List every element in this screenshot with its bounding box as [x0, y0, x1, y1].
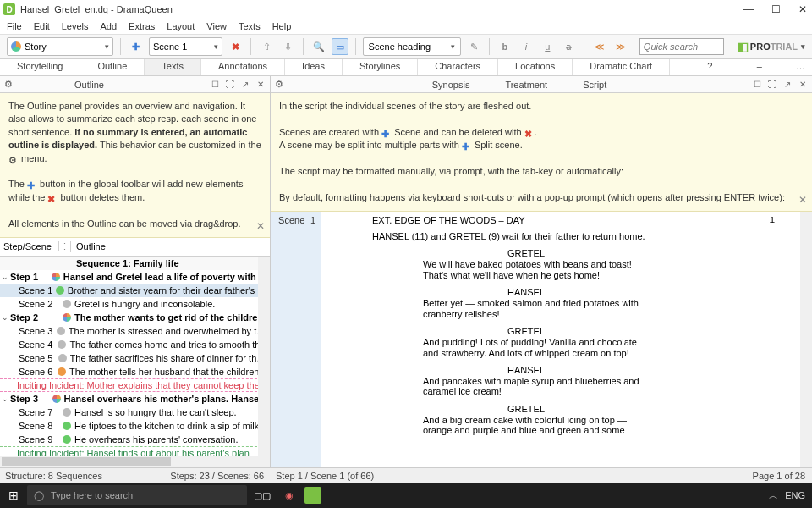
character-cue[interactable]: HANSEL [508, 365, 783, 376]
character-cue[interactable]: GRETEL [508, 404, 783, 415]
edit-icon[interactable]: ✎ [466, 38, 482, 55]
action-text[interactable]: HANSEL (11) and GRETEL (9) wait for thei… [372, 231, 783, 242]
menu-texts[interactable]: Texts [239, 21, 261, 31]
window-title: Hansel_Gretel_en.dq - DramaQueen [20, 4, 743, 14]
sequence-row[interactable]: Sequence 1: Family life [0, 257, 270, 270]
v-scrollbar[interactable] [800, 212, 812, 467]
dialog-text[interactable]: And pudding! Lots of pudding! Vanilla an… [423, 337, 643, 358]
pane-close-icon[interactable]: ✕ [255, 80, 266, 89]
pane-close-icon[interactable]: ✕ [797, 80, 809, 89]
h-scrollbar[interactable] [0, 456, 258, 467]
scene-row[interactable]: Scene 7Hansel is so hungry that he can't… [0, 406, 270, 419]
pane-detach-icon[interactable]: ↗ [239, 80, 251, 89]
nav-prev-button[interactable]: ≪ [591, 38, 607, 55]
zoom-button[interactable]: 🔍 [310, 38, 326, 55]
v-scrollbar[interactable] [258, 257, 270, 467]
menu-extras[interactable]: Extras [129, 21, 155, 31]
inciting-row[interactable]: Inciting Incident: Mother explains that … [0, 378, 270, 392]
tab-treatment[interactable]: Treatment [495, 78, 557, 91]
tab-synopsis[interactable]: Synopsis [422, 78, 480, 91]
outline-tree[interactable]: Sequence 1: Family life ⌄Step 1Hansel an… [0, 257, 270, 467]
pane-expand-icon[interactable]: ⛶ [224, 80, 236, 89]
window-minimize[interactable]: — [743, 3, 754, 15]
step-row[interactable]: ⌄Step 2The mother wants to get rid of th… [0, 311, 270, 324]
gear-icon[interactable]: ⚙ [271, 79, 288, 90]
character-cue[interactable]: GRETEL [508, 326, 783, 337]
tab-storylines[interactable]: Storylines [343, 59, 418, 75]
scene-row[interactable]: Scene 4The father comes home and tries t… [0, 338, 270, 351]
hint-close-button[interactable]: ✕ [256, 219, 265, 234]
move-up-button[interactable]: ⇧ [258, 38, 274, 55]
character-cue[interactable]: GRETEL [508, 248, 783, 259]
tray-chevron-icon[interactable]: ︿ [769, 489, 778, 502]
hint-close-button[interactable]: ✕ [798, 193, 807, 207]
pane-expand-icon[interactable]: ⛶ [766, 80, 778, 89]
window-maximize[interactable]: ☐ [770, 3, 782, 15]
story-level-combo[interactable]: Story ▾ [7, 37, 113, 56]
highlight-button[interactable]: ▭ [332, 38, 348, 55]
menu-help[interactable]: Help [272, 21, 292, 31]
scene-heading[interactable]: EXT. EDGE OF THE WOODS – DAY [372, 215, 783, 226]
col-outline[interactable]: Outline [71, 241, 106, 251]
tab-help[interactable]: ? [690, 59, 729, 75]
format-combo[interactable]: Scene heading ▾ [363, 37, 461, 56]
scene-row[interactable]: Scene 6The mother tells her husband that… [0, 365, 270, 378]
step-row[interactable]: ⌄Step 3Hansel overhears his mother's pla… [0, 392, 270, 406]
move-down-button[interactable]: ⇩ [280, 38, 296, 55]
strike-button[interactable]: a̶ [561, 38, 577, 55]
delete-button[interactable]: ✖ [228, 38, 244, 55]
menu-add[interactable]: Add [101, 21, 118, 31]
scene-row[interactable]: Scene 5The father sacrifices his share o… [0, 351, 270, 365]
scene-combo[interactable]: Scene 1 ▾ [149, 37, 222, 56]
window-close[interactable]: ✕ [797, 3, 809, 15]
gear-icon[interactable]: ⚙ [0, 79, 17, 90]
scene-row[interactable]: Scene 8He tiptoes to the kitchen to drin… [0, 419, 270, 433]
scene-row[interactable]: Scene 3The mother is stressed and overwh… [0, 324, 270, 338]
dialog-text[interactable]: Better yet — smoked salmon and fried pot… [423, 298, 643, 319]
taskbar-app-firefox[interactable]: ◉ [277, 485, 301, 505]
start-button[interactable]: ⊞ [0, 489, 27, 502]
step-row[interactable]: ⌄Step 1Hansel and Gretel lead a life of … [0, 270, 270, 284]
script-editor[interactable]: 1 EXT. EDGE OF THE WOODS – DAY HANSEL (1… [321, 212, 800, 467]
tab-characters[interactable]: Characters [418, 59, 498, 75]
scene-row[interactable]: Scene 9He overhears his parents' convers… [0, 433, 270, 446]
tab-collapse[interactable]: – [750, 59, 769, 75]
quick-search-input[interactable] [639, 38, 724, 55]
tab-locations[interactable]: Locations [498, 59, 573, 75]
tab-texts[interactable]: Texts [145, 59, 201, 75]
dialog-text[interactable]: We will have baked potatoes with beans a… [423, 259, 643, 280]
taskbar-app-dramaqueen[interactable] [304, 487, 321, 504]
pro-trial-badge[interactable]: ◧ PRO TRIAL ▾ [738, 40, 805, 53]
menu-levels[interactable]: Levels [62, 21, 89, 31]
tab-script[interactable]: Script [573, 78, 617, 91]
bold-button[interactable]: b [497, 38, 513, 55]
underline-button[interactable]: u [540, 38, 556, 55]
tab-more[interactable]: … [789, 59, 812, 75]
nav-next-button[interactable]: ≫ [613, 38, 629, 55]
add-button[interactable]: ✚ [128, 38, 144, 55]
menu-view[interactable]: View [206, 21, 227, 31]
pane-restore-icon[interactable]: ☐ [751, 80, 763, 89]
menu-file[interactable]: File [7, 21, 22, 31]
pane-detach-icon[interactable]: ↗ [782, 80, 793, 89]
dialog-text[interactable]: And pancakes with maple syrup and bluebe… [423, 376, 643, 397]
pane-restore-icon[interactable]: ☐ [209, 80, 221, 89]
tray-lang[interactable]: ENG [785, 490, 805, 500]
scene-row[interactable]: Scene 2Gretel is hungry and inconsolable… [0, 297, 270, 311]
tab-annotations[interactable]: Annotations [201, 59, 285, 75]
tab-storytelling[interactable]: Storytelling [0, 59, 80, 75]
menu-layout[interactable]: Layout [167, 21, 195, 31]
tab-ideas[interactable]: Ideas [285, 59, 343, 75]
italic-button[interactable]: i [518, 38, 534, 55]
dialog-text[interactable]: And a big cream cake with colorful icing… [423, 415, 643, 436]
scene-row[interactable]: Scene 1Brother and sister yearn for thei… [0, 284, 270, 297]
menu-edit[interactable]: Edit [34, 21, 50, 31]
tab-dramatic-chart[interactable]: Dramatic Chart [573, 59, 670, 75]
tab-outline[interactable]: Outline [80, 59, 145, 75]
task-view-button[interactable]: ▢▢ [250, 485, 274, 505]
system-tray[interactable]: ︿ ENG [769, 489, 812, 502]
tab-outline-panel[interactable]: Outline [64, 78, 114, 91]
character-cue[interactable]: HANSEL [508, 287, 783, 298]
taskbar-search[interactable]: ◯ Type here to search [27, 485, 247, 505]
col-step-scene[interactable]: Step/Scene [0, 241, 59, 251]
